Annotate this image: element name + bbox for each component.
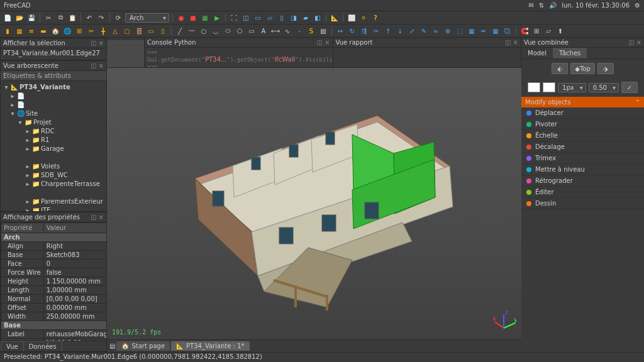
arch-panel-icon[interactable]: ▭	[146, 26, 156, 36]
paste-icon[interactable]: 📋	[67, 13, 77, 23]
arch-structure-icon[interactable]: ▦	[14, 26, 25, 36]
draft-wp-icon[interactable]: ▱	[543, 26, 553, 36]
macro-stop-icon[interactable]: ■	[188, 13, 198, 23]
property-row[interactable]: Width250,00000 mm	[1, 312, 107, 321]
task-item[interactable]: Échelle	[521, 130, 644, 141]
arch-space-icon[interactable]: ▢	[122, 26, 132, 36]
close-icon[interactable]: ◫ ×	[91, 62, 104, 69]
draft-arc-icon[interactable]: ◡	[211, 26, 221, 36]
wp-top-button[interactable]: ◆ Top	[570, 63, 595, 74]
task-item[interactable]: Déplacer	[521, 107, 644, 119]
part-cyl-icon[interactable]: ⚪	[358, 13, 369, 23]
property-row[interactable]: Face0	[1, 260, 107, 268]
tree-item[interactable]: ▸📁R1	[2, 135, 105, 144]
arch-wall-icon[interactable]: ▮	[3, 26, 13, 36]
draft-bspline-icon[interactable]: ∿	[282, 26, 292, 36]
datetime[interactable]: lun. 10 févr. 13:30:06	[562, 2, 630, 9]
view-rear-icon[interactable]: ◨	[289, 13, 299, 23]
wp-left-icon[interactable]: ⬖	[552, 63, 568, 74]
draft-point-icon[interactable]: ·	[294, 26, 304, 36]
task-item[interactable]: Mettre à niveau	[521, 164, 644, 175]
view-front-icon[interactable]: ▭	[253, 13, 263, 23]
property-row[interactable]: Offset0,00000 mm	[1, 304, 107, 312]
macro-list-icon[interactable]: ▦	[200, 13, 210, 23]
save-icon[interactable]: 💾	[26, 13, 36, 23]
task-item[interactable]: Rétrograder	[521, 175, 644, 187]
cut-icon[interactable]: ✂	[43, 13, 53, 23]
draft-dim-icon[interactable]: ⟷	[270, 26, 280, 36]
tab-document[interactable]: 📐PT34_Variante : 1*	[171, 341, 250, 351]
view-right-icon[interactable]: ▯	[277, 13, 287, 23]
property-row[interactable]: BaseSketch083	[1, 251, 107, 260]
arch-rebar-icon[interactable]: ≡	[26, 26, 36, 36]
3d-viewport[interactable]: 191.9/5.2 fps yxz	[107, 68, 521, 339]
python-console[interactable]: >>> Gui.getDocument("PT34...").getObject…	[145, 48, 333, 67]
property-editor[interactable]: PropriétéValeurArchAlignRightBaseSketch0…	[1, 222, 106, 341]
draft-draft2sketch-icon[interactable]: ✏	[479, 26, 489, 36]
measure-icon[interactable]: 📐	[330, 13, 340, 23]
tree-item[interactable]: ▸📁SDB_WC	[2, 170, 105, 179]
draft-shapestring-icon[interactable]: S	[306, 26, 316, 36]
axis-gizmo[interactable]: yxz	[491, 309, 516, 334]
tabs-menu-icon[interactable]: ▤	[109, 343, 115, 349]
draft-edit-icon[interactable]: ✎	[419, 26, 429, 36]
props-tab-view[interactable]: Vue	[1, 341, 24, 351]
tab-start-page[interactable]: 🏠Start page	[116, 341, 170, 351]
linewidth-selector[interactable]: 1px	[558, 83, 586, 92]
help-icon[interactable]: ?	[370, 13, 380, 23]
draft-trimex-icon[interactable]: ✂	[371, 26, 381, 36]
arch-roof-icon[interactable]: △	[110, 26, 120, 36]
tree-item[interactable]: ▸📁CharpenteTerrasse	[2, 179, 105, 188]
close-icon[interactable]: ◫ ×	[91, 40, 104, 47]
new-icon[interactable]: 📄	[3, 13, 13, 23]
task-panel-header[interactable]: Modify objects⌃	[521, 97, 644, 107]
arch-axis-icon[interactable]: ╋	[98, 26, 108, 36]
tree-item[interactable]: ▾📁Projet	[2, 118, 105, 126]
draft-scale-icon[interactable]: ⤢	[407, 26, 417, 36]
tree-item[interactable]: ▸📁ParementsExterieur	[2, 197, 105, 206]
view-top-icon[interactable]: ▱	[265, 13, 275, 23]
property-row[interactable]: Normal[0,00 0,00 0,00]	[1, 295, 107, 304]
workbench-selector[interactable]: Arch	[125, 13, 169, 23]
draft-wire-icon[interactable]: 〰	[187, 26, 197, 36]
network-icon[interactable]: ⇅	[539, 2, 544, 9]
color-face-swatch[interactable]	[528, 82, 540, 92]
copy-icon[interactable]: ⧉	[55, 13, 65, 23]
property-row[interactable]: LabelrehausseMobGarage	[1, 330, 107, 339]
arch-window-icon[interactable]: ⊞	[74, 26, 84, 36]
draft-rotate-icon[interactable]: ↻	[347, 26, 357, 36]
macro-rec-icon[interactable]: ●	[176, 13, 186, 23]
task-item[interactable]: Pivoter	[521, 119, 644, 130]
draft-ellipse-icon[interactable]: ⬭	[223, 26, 233, 36]
arch-site-icon[interactable]: 🌐	[62, 26, 72, 36]
task-item[interactable]: Trimex	[521, 153, 644, 164]
view-axo-icon[interactable]: ◫	[241, 13, 251, 23]
report-view[interactable]	[333, 48, 521, 67]
property-row[interactable]: AlignRight	[1, 242, 107, 251]
tree-item[interactable]: ▸📁Volets	[2, 162, 105, 170]
draft-shape2dview-icon[interactable]: ▦	[467, 26, 477, 36]
task-item[interactable]: Dessin	[521, 198, 644, 209]
draft-text-icon[interactable]: A	[258, 26, 269, 36]
tree-item[interactable]: ▸📄	[2, 91, 105, 100]
arch-stairs-icon[interactable]: 🪜	[134, 26, 144, 36]
draft-array-icon[interactable]: ▦	[491, 26, 501, 36]
property-row[interactable]: Force Wirefalse	[1, 268, 107, 277]
mail-icon[interactable]: ✉	[528, 2, 533, 9]
settings-icon[interactable]: ⚙	[635, 2, 640, 9]
draft-line-icon[interactable]: ╱	[175, 26, 185, 36]
tree-item[interactable]: ▸📁ITE	[2, 206, 105, 211]
part-box-icon[interactable]: ⬜	[347, 13, 357, 23]
refresh-icon[interactable]: ⟳	[113, 13, 123, 23]
property-row[interactable]: Height1 150,00000 mm	[1, 277, 107, 286]
tree-item[interactable]: ▸📄	[2, 100, 105, 109]
draft-polygon-icon[interactable]: ⬠	[235, 26, 245, 36]
draft-wire2bspline-icon[interactable]: ≈	[431, 26, 441, 36]
combo-tab-tasks[interactable]: Tâches	[553, 48, 587, 58]
close-icon[interactable]: ◫ ×	[91, 214, 104, 221]
tree-item[interactable]	[2, 153, 105, 162]
arch-floor-icon[interactable]: ▬	[38, 26, 48, 36]
close-icon[interactable]: ◫ ×	[628, 39, 641, 46]
view-bottom-icon[interactable]: ▰	[301, 13, 311, 23]
arrow-up-icon[interactable]: ⬆	[555, 26, 565, 36]
